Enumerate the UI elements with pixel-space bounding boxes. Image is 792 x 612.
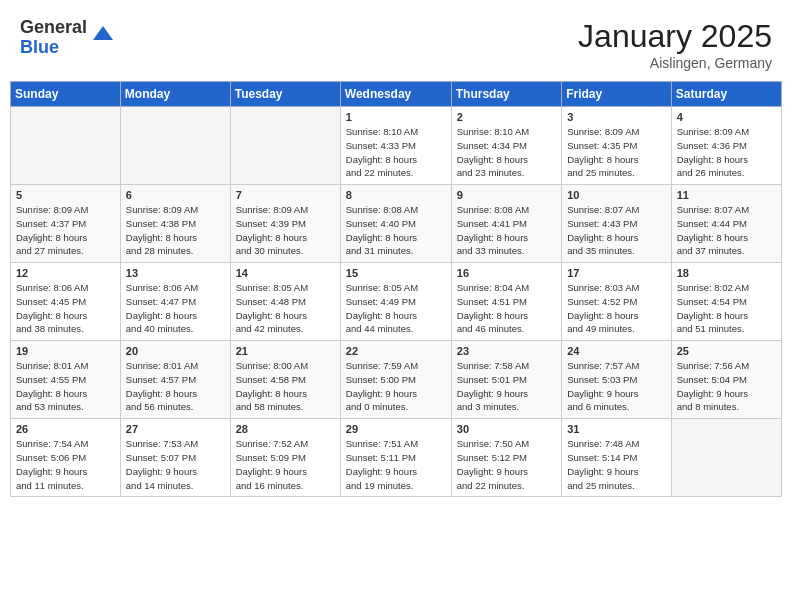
calendar: SundayMondayTuesdayWednesdayThursdayFrid… [10,81,782,497]
day-number: 22 [346,345,446,357]
weekday-header-thursday: Thursday [451,82,561,107]
day-number: 15 [346,267,446,279]
day-number: 12 [16,267,115,279]
day-info: Sunrise: 8:08 AMSunset: 4:41 PMDaylight:… [457,203,556,258]
logo-general-text: General [20,18,87,38]
day-number: 8 [346,189,446,201]
calendar-cell: 4Sunrise: 8:09 AMSunset: 4:36 PMDaylight… [671,107,781,185]
calendar-cell: 28Sunrise: 7:52 AMSunset: 5:09 PMDayligh… [230,419,340,497]
calendar-cell: 17Sunrise: 8:03 AMSunset: 4:52 PMDayligh… [562,263,672,341]
calendar-cell: 18Sunrise: 8:02 AMSunset: 4:54 PMDayligh… [671,263,781,341]
day-info: Sunrise: 7:58 AMSunset: 5:01 PMDaylight:… [457,359,556,414]
calendar-cell: 23Sunrise: 7:58 AMSunset: 5:01 PMDayligh… [451,341,561,419]
weekday-header-monday: Monday [120,82,230,107]
day-info: Sunrise: 8:09 AMSunset: 4:36 PMDaylight:… [677,125,776,180]
week-row-3: 12Sunrise: 8:06 AMSunset: 4:45 PMDayligh… [11,263,782,341]
calendar-cell: 6Sunrise: 8:09 AMSunset: 4:38 PMDaylight… [120,185,230,263]
day-number: 6 [126,189,225,201]
day-info: Sunrise: 7:51 AMSunset: 5:11 PMDaylight:… [346,437,446,492]
calendar-cell: 10Sunrise: 8:07 AMSunset: 4:43 PMDayligh… [562,185,672,263]
day-number: 17 [567,267,666,279]
weekday-header-row: SundayMondayTuesdayWednesdayThursdayFrid… [11,82,782,107]
calendar-cell: 13Sunrise: 8:06 AMSunset: 4:47 PMDayligh… [120,263,230,341]
day-number: 2 [457,111,556,123]
svg-marker-0 [93,26,113,40]
calendar-cell: 24Sunrise: 7:57 AMSunset: 5:03 PMDayligh… [562,341,672,419]
location: Aislingen, Germany [578,55,772,71]
calendar-cell: 14Sunrise: 8:05 AMSunset: 4:48 PMDayligh… [230,263,340,341]
day-number: 30 [457,423,556,435]
calendar-cell [671,419,781,497]
day-info: Sunrise: 8:05 AMSunset: 4:49 PMDaylight:… [346,281,446,336]
weekday-header-friday: Friday [562,82,672,107]
day-info: Sunrise: 8:03 AMSunset: 4:52 PMDaylight:… [567,281,666,336]
week-row-5: 26Sunrise: 7:54 AMSunset: 5:06 PMDayligh… [11,419,782,497]
day-number: 23 [457,345,556,357]
calendar-cell: 8Sunrise: 8:08 AMSunset: 4:40 PMDaylight… [340,185,451,263]
day-info: Sunrise: 8:09 AMSunset: 4:37 PMDaylight:… [16,203,115,258]
day-number: 3 [567,111,666,123]
day-info: Sunrise: 8:02 AMSunset: 4:54 PMDaylight:… [677,281,776,336]
day-number: 26 [16,423,115,435]
day-info: Sunrise: 7:52 AMSunset: 5:09 PMDaylight:… [236,437,335,492]
day-info: Sunrise: 7:59 AMSunset: 5:00 PMDaylight:… [346,359,446,414]
calendar-cell [11,107,121,185]
day-number: 5 [16,189,115,201]
calendar-cell: 29Sunrise: 7:51 AMSunset: 5:11 PMDayligh… [340,419,451,497]
calendar-cell: 21Sunrise: 8:00 AMSunset: 4:58 PMDayligh… [230,341,340,419]
calendar-cell: 7Sunrise: 8:09 AMSunset: 4:39 PMDaylight… [230,185,340,263]
calendar-cell: 3Sunrise: 8:09 AMSunset: 4:35 PMDaylight… [562,107,672,185]
week-row-2: 5Sunrise: 8:09 AMSunset: 4:37 PMDaylight… [11,185,782,263]
day-info: Sunrise: 8:09 AMSunset: 4:38 PMDaylight:… [126,203,225,258]
day-number: 11 [677,189,776,201]
day-number: 19 [16,345,115,357]
day-number: 7 [236,189,335,201]
calendar-cell: 12Sunrise: 8:06 AMSunset: 4:45 PMDayligh… [11,263,121,341]
logo-icon [91,22,115,46]
day-info: Sunrise: 7:54 AMSunset: 5:06 PMDaylight:… [16,437,115,492]
day-number: 16 [457,267,556,279]
calendar-cell: 16Sunrise: 8:04 AMSunset: 4:51 PMDayligh… [451,263,561,341]
weekday-header-saturday: Saturday [671,82,781,107]
day-info: Sunrise: 8:06 AMSunset: 4:45 PMDaylight:… [16,281,115,336]
day-info: Sunrise: 7:56 AMSunset: 5:04 PMDaylight:… [677,359,776,414]
day-number: 27 [126,423,225,435]
day-info: Sunrise: 8:08 AMSunset: 4:40 PMDaylight:… [346,203,446,258]
title-block: January 2025 Aislingen, Germany [578,18,772,71]
calendar-cell: 9Sunrise: 8:08 AMSunset: 4:41 PMDaylight… [451,185,561,263]
calendar-cell: 26Sunrise: 7:54 AMSunset: 5:06 PMDayligh… [11,419,121,497]
day-info: Sunrise: 7:50 AMSunset: 5:12 PMDaylight:… [457,437,556,492]
day-info: Sunrise: 8:00 AMSunset: 4:58 PMDaylight:… [236,359,335,414]
weekday-header-sunday: Sunday [11,82,121,107]
day-info: Sunrise: 7:53 AMSunset: 5:07 PMDaylight:… [126,437,225,492]
day-number: 14 [236,267,335,279]
calendar-cell: 31Sunrise: 7:48 AMSunset: 5:14 PMDayligh… [562,419,672,497]
logo-blue-text: Blue [20,38,87,58]
calendar-cell: 19Sunrise: 8:01 AMSunset: 4:55 PMDayligh… [11,341,121,419]
calendar-cell: 11Sunrise: 8:07 AMSunset: 4:44 PMDayligh… [671,185,781,263]
day-info: Sunrise: 8:04 AMSunset: 4:51 PMDaylight:… [457,281,556,336]
week-row-4: 19Sunrise: 8:01 AMSunset: 4:55 PMDayligh… [11,341,782,419]
day-info: Sunrise: 7:57 AMSunset: 5:03 PMDaylight:… [567,359,666,414]
calendar-cell: 15Sunrise: 8:05 AMSunset: 4:49 PMDayligh… [340,263,451,341]
day-number: 20 [126,345,225,357]
calendar-cell: 2Sunrise: 8:10 AMSunset: 4:34 PMDaylight… [451,107,561,185]
day-info: Sunrise: 8:05 AMSunset: 4:48 PMDaylight:… [236,281,335,336]
day-info: Sunrise: 8:10 AMSunset: 4:33 PMDaylight:… [346,125,446,180]
day-number: 1 [346,111,446,123]
day-info: Sunrise: 8:10 AMSunset: 4:34 PMDaylight:… [457,125,556,180]
day-number: 4 [677,111,776,123]
calendar-cell: 25Sunrise: 7:56 AMSunset: 5:04 PMDayligh… [671,341,781,419]
day-info: Sunrise: 8:06 AMSunset: 4:47 PMDaylight:… [126,281,225,336]
day-info: Sunrise: 8:09 AMSunset: 4:35 PMDaylight:… [567,125,666,180]
day-info: Sunrise: 8:01 AMSunset: 4:55 PMDaylight:… [16,359,115,414]
day-info: Sunrise: 8:01 AMSunset: 4:57 PMDaylight:… [126,359,225,414]
logo: General Blue [20,18,115,58]
header: General Blue January 2025 Aislingen, Ger… [10,10,782,77]
day-number: 21 [236,345,335,357]
calendar-cell: 5Sunrise: 8:09 AMSunset: 4:37 PMDaylight… [11,185,121,263]
day-number: 31 [567,423,666,435]
day-number: 29 [346,423,446,435]
weekday-header-tuesday: Tuesday [230,82,340,107]
day-number: 13 [126,267,225,279]
